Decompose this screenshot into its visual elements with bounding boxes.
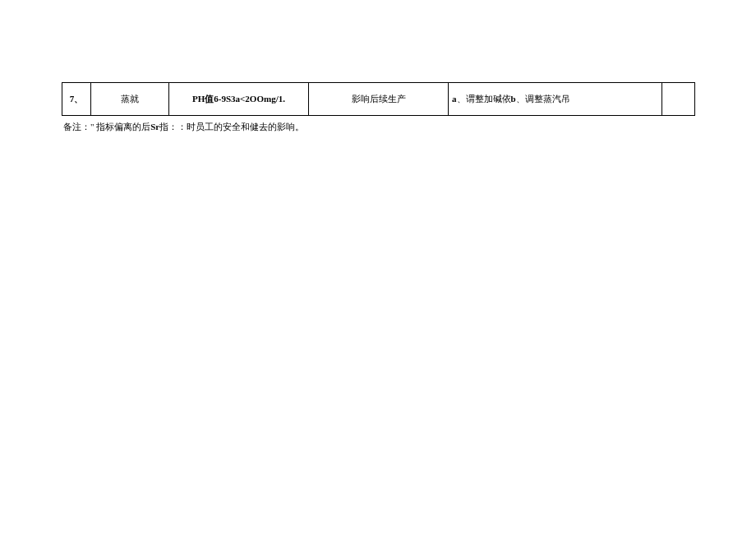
footnote: 备注：" 指标偏离的后Sr指：：时员工的安全和健去的影响。 <box>62 121 694 133</box>
footnote-bold: Sr <box>150 122 159 131</box>
cell-spec: PH值6-9S3a<2OOmg/1. <box>169 83 309 116</box>
cell-empty <box>662 83 695 116</box>
cell-impact: 影响后续生产 <box>309 83 449 116</box>
action-a-text: 、谓整加碱依 <box>457 94 511 104</box>
cell-name: 蒸就 <box>91 83 169 116</box>
data-table: 7、 蒸就 PH值6-9S3a<2OOmg/1. 影响后续生产 a、谓整加碱依b… <box>62 82 695 116</box>
cell-action: a、谓整加碱依b、调整蒸汽吊 <box>449 83 662 116</box>
action-b-text: 、调整蒸汽吊 <box>516 94 570 104</box>
footnote-prefix: 备注：" 指标偏离的后 <box>63 122 150 131</box>
footnote-suffix: 指：：时员工的安全和健去的影响。 <box>159 122 304 131</box>
cell-number: 7、 <box>62 83 91 116</box>
document-content: 7、 蒸就 PH值6-9S3a<2OOmg/1. 影响后续生产 a、谓整加碱依b… <box>0 0 756 133</box>
table-row: 7、 蒸就 PH值6-9S3a<2OOmg/1. 影响后续生产 a、谓整加碱依b… <box>62 83 695 116</box>
